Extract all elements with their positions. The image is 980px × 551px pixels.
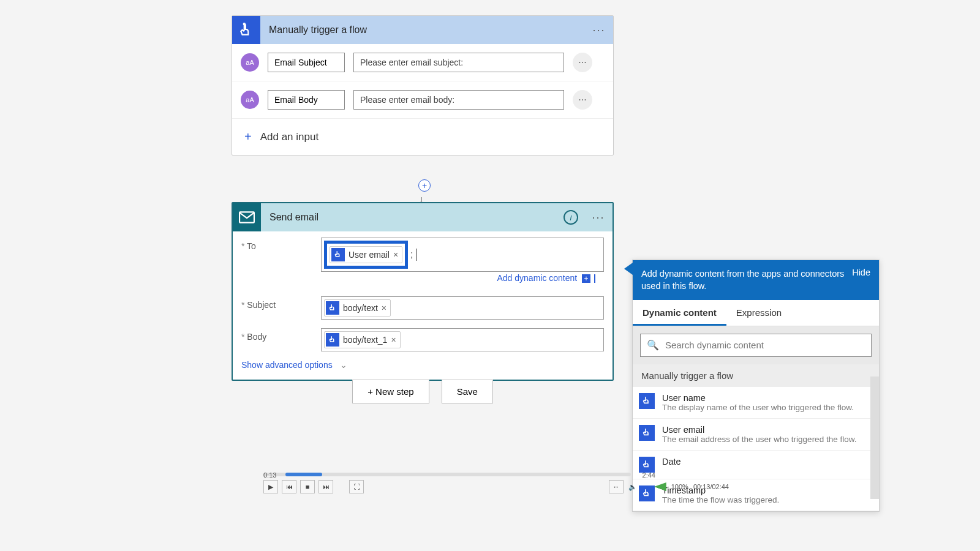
progress-bar[interactable]: 0:13 2:44	[263, 473, 631, 476]
progress-fill	[285, 473, 322, 476]
trigger-input-row: aA Email Subject Please enter email subj…	[232, 44, 613, 81]
trigger-input-row: aA Email Body Please enter email body: ·…	[232, 81, 613, 119]
search-icon: 🔍	[647, 339, 659, 351]
prev-button[interactable]: ⏮	[282, 480, 296, 493]
trigger-title: Manually trigger a flow	[260, 24, 585, 36]
dc-item-user-email[interactable]: User email The email address of the user…	[633, 419, 879, 451]
dc-item-name: Date	[662, 457, 681, 467]
flow-designer-canvas: Manually trigger a flow ··· aA Email Sub…	[0, 0, 980, 551]
chevron-down-icon: ⌄	[340, 360, 347, 370]
next-button[interactable]: ⏭	[318, 480, 333, 493]
text-input-type-icon: aA	[241, 91, 259, 109]
text-caret	[416, 249, 417, 261]
dc-scrollbar[interactable]	[870, 377, 879, 499]
trigger-token-icon	[331, 248, 345, 261]
dc-search-input[interactable]	[665, 340, 865, 350]
token-remove-icon[interactable]: ×	[393, 250, 398, 260]
dc-search-wrap: 🔍	[633, 326, 879, 364]
text-input-type-icon: aA	[241, 53, 259, 72]
dynamic-content-panel: Add dynamic content from the apps and co…	[632, 260, 880, 512]
trigger-menu-icon[interactable]: ···	[585, 24, 613, 37]
media-player: 0:13 2:44 ▶ ⏮ ■ ⏭ ⛶ ↔ 🔈 100% 00:13/02:44	[263, 473, 631, 493]
plus-icon: +	[244, 130, 252, 144]
dynamic-token-body-text[interactable]: body/text ×	[324, 299, 391, 317]
player-controls: ▶ ⏮ ■ ⏭ ⛶	[263, 480, 631, 493]
manual-trigger-icon	[232, 16, 260, 44]
dc-header-text: Add dynamic content from the apps and co…	[641, 268, 846, 293]
action-card-header[interactable]: Send email i ···	[233, 203, 612, 231]
to-input[interactable]: User email × ;	[321, 238, 604, 272]
token-label: User email	[349, 250, 390, 260]
input-row-menu-icon[interactable]: ···	[573, 90, 592, 110]
subject-input[interactable]: body/text ×	[321, 296, 604, 320]
trigger-token-icon	[639, 457, 655, 473]
highlighted-token: User email ×	[324, 241, 408, 269]
zoom-level: 100%	[671, 483, 688, 490]
elapsed-time: 0:13	[263, 471, 276, 479]
save-button[interactable]: Save	[442, 380, 493, 403]
stop-button[interactable]: ■	[300, 480, 315, 493]
insert-step-button[interactable]: +	[418, 179, 431, 192]
subject-label: Subject	[241, 296, 321, 310]
plus-square-icon: +	[582, 274, 590, 283]
dc-item-date[interactable]: Date	[633, 451, 879, 479]
trigger-card-header[interactable]: Manually trigger a flow ···	[232, 16, 613, 44]
tab-expression[interactable]: Expression	[726, 300, 791, 326]
action-menu-icon[interactable]: ···	[584, 211, 612, 224]
body-label: Body	[241, 328, 321, 342]
hide-panel-link[interactable]: Hide	[852, 268, 870, 277]
trigger-card: Manually trigger a flow ··· aA Email Sub…	[232, 15, 614, 156]
trigger-token-icon	[639, 425, 655, 441]
token-remove-icon[interactable]: ×	[391, 335, 396, 345]
dynamic-token-body-text-1[interactable]: body/text_1 ×	[324, 331, 401, 348]
play-button[interactable]: ▶	[263, 480, 278, 493]
dc-group-header: Manually trigger a flow	[633, 364, 879, 387]
subject-field-row: Subject body/text ×	[233, 290, 612, 322]
panel-pointer-icon	[624, 263, 633, 275]
dynamic-token-user-email[interactable]: User email ×	[330, 246, 402, 263]
dc-item-desc: The display name of the user who trigger…	[662, 403, 854, 412]
aspect-button[interactable]: ↔	[609, 480, 624, 493]
dc-search-box[interactable]: 🔍	[640, 334, 872, 357]
to-field-row: To User email × ; Add dynamic content	[233, 231, 612, 290]
input-row-menu-icon[interactable]: ···	[573, 53, 592, 72]
flow-action-buttons: + New step Save	[232, 380, 614, 403]
tab-dynamic-content[interactable]: Dynamic content	[633, 300, 726, 326]
info-icon[interactable]: i	[564, 210, 578, 225]
input-name-field[interactable]: Email Body	[268, 90, 345, 110]
dc-item-name: User email	[662, 425, 856, 435]
add-input-label: Add an input	[260, 131, 318, 143]
show-advanced-options-link[interactable]: Show advanced options ⌄	[233, 354, 612, 380]
time-combined: 00:13/02:44	[693, 483, 729, 490]
to-label: To	[241, 238, 321, 251]
token-label: body/text	[343, 303, 378, 313]
total-time: 2:44	[643, 471, 655, 479]
trigger-token-icon	[326, 333, 339, 347]
token-remove-icon[interactable]: ×	[382, 303, 386, 313]
dc-panel-header: Add dynamic content from the apps and co…	[633, 260, 879, 300]
svg-point-0	[244, 23, 245, 24]
player-right-controls: ↔ 🔈 100% 00:13/02:44	[609, 480, 729, 493]
dc-item-desc: The email address of the user who trigge…	[662, 435, 856, 444]
token-label: body/text_1	[343, 335, 387, 345]
input-prompt-field[interactable]: Please enter email body:	[353, 90, 564, 110]
speaker-icon[interactable]: 🔈	[628, 483, 637, 491]
trigger-token-icon	[326, 301, 339, 315]
add-dynamic-content-link[interactable]: Add dynamic content +	[321, 272, 604, 288]
input-prompt-field[interactable]: Please enter email subject:	[353, 53, 564, 72]
input-name-field[interactable]: Email Subject	[268, 53, 345, 72]
dc-item-user-name[interactable]: User name The display name of the user w…	[633, 387, 879, 419]
new-step-button[interactable]: + New step	[352, 380, 429, 403]
trigger-token-icon	[639, 393, 655, 409]
fullscreen-button[interactable]: ⛶	[349, 480, 364, 493]
send-email-action-card: Send email i ··· To User email × ;	[232, 202, 614, 381]
dc-item-name: User name	[662, 393, 854, 403]
volume-slider[interactable]	[642, 482, 666, 491]
add-input-button[interactable]: + Add an input	[232, 119, 613, 155]
body-field-row: Body body/text_1 ×	[233, 322, 612, 354]
dc-item-desc: The time the flow was triggered.	[662, 495, 779, 504]
action-title: Send email	[261, 212, 564, 223]
body-input[interactable]: body/text_1 ×	[321, 328, 604, 351]
dc-tabs: Dynamic content Expression	[633, 300, 879, 326]
mail-icon	[233, 203, 261, 231]
